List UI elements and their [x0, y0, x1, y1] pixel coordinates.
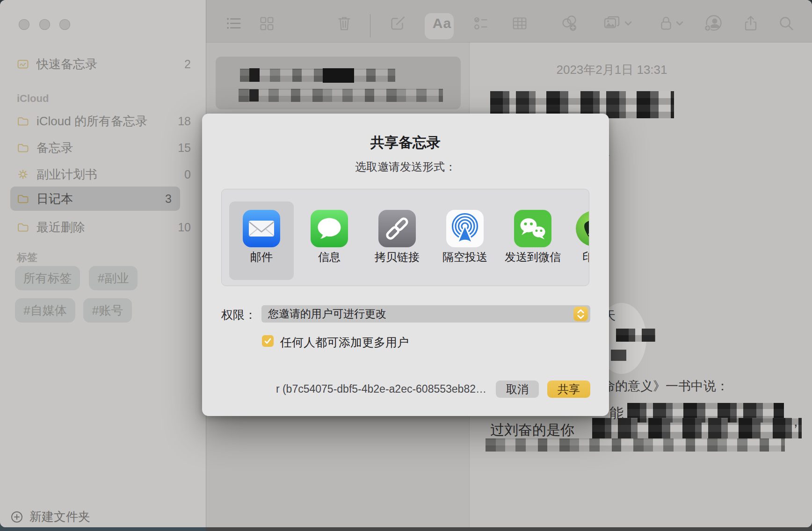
- share-options-panel: 邮件 信息: [221, 189, 589, 286]
- sidebar-item-label: 最近删除: [36, 219, 85, 236]
- sidebar-item-recently-deleted[interactable]: 最近删除 10: [0, 219, 206, 235]
- redacted-block: [249, 68, 260, 82]
- note-share-id: r (b7c54075-dbf5-4b2e-a2ec-608553eb82…: [230, 383, 486, 395]
- permission-selected-value: 您邀请的用户可进行更改: [268, 307, 386, 321]
- folder-icon: [17, 142, 29, 154]
- sidebar-item-all-icloud-notes[interactable]: iCloud 的所有备忘录 18: [0, 113, 206, 129]
- sidebar-item-label: 日记本: [36, 191, 73, 207]
- minimize-window-button[interactable]: [39, 19, 50, 30]
- zoom-window-button[interactable]: [59, 19, 70, 30]
- checklist-button[interactable]: [470, 12, 492, 35]
- share-option-label: 信息: [297, 250, 362, 264]
- add-people-button[interactable]: [702, 12, 725, 35]
- delete-note-button[interactable]: [333, 12, 355, 35]
- permission-dropdown[interactable]: 您邀请的用户可进行更改: [261, 305, 590, 323]
- table-button[interactable]: [508, 12, 531, 35]
- redacted-note-title: [240, 69, 395, 82]
- toolbar-divider: [370, 14, 370, 37]
- sidebar-item-count: 2: [184, 57, 191, 71]
- cancel-button-label: 取消: [506, 382, 529, 397]
- sidebar-item-count: 15: [178, 141, 191, 155]
- media-chevron[interactable]: [622, 12, 634, 35]
- evernote-icon: [575, 210, 589, 247]
- dialog-title: 共享备忘录: [202, 133, 609, 152]
- redacted-note-preview: [239, 89, 443, 102]
- tag-label: #账号: [92, 302, 123, 319]
- lock-chevron[interactable]: [674, 12, 686, 35]
- checkmark-icon: [264, 337, 272, 344]
- compose-icon: [388, 14, 407, 33]
- trash-icon: [334, 14, 354, 33]
- tag-label: #自媒体: [23, 302, 66, 319]
- share-option-label: 隔空投送: [433, 250, 497, 264]
- table-icon: [510, 14, 529, 33]
- sidebar-item-count: 3: [165, 192, 172, 206]
- quick-note-icon: [17, 58, 29, 70]
- tag-label: #副业: [98, 270, 129, 287]
- dialog-subtitle: 选取邀请发送形式：: [202, 159, 609, 174]
- list-view-button[interactable]: [223, 12, 245, 35]
- copy-link-icon: [378, 210, 416, 247]
- add-link-icon: [559, 13, 580, 34]
- add-link-button[interactable]: [558, 12, 580, 35]
- plus-circle-icon: [11, 511, 23, 523]
- wechat-icon: [514, 210, 551, 247]
- sidebar-item-notes[interactable]: 备忘录 15: [0, 140, 206, 156]
- share-button[interactable]: [740, 12, 762, 35]
- close-window-button[interactable]: [19, 19, 29, 30]
- text-format-button[interactable]: Aa: [431, 12, 453, 35]
- sidebar-item-count: 18: [178, 115, 191, 128]
- folder-icon: [17, 193, 29, 205]
- share-option-label: 拷贝链接: [365, 250, 429, 264]
- search-button[interactable]: [775, 12, 798, 35]
- redacted-block: [616, 329, 655, 342]
- sidebar-item-diary-selected[interactable]: 日记本 3: [10, 187, 180, 211]
- sidebar-item-label: 备忘录: [36, 140, 73, 156]
- app-window: 快速备忘录 2 iCloud iCloud 的所有备忘录 18 备忘录 15: [0, 0, 812, 527]
- redacted-line: [592, 418, 802, 438]
- sidebar: 快速备忘录 2 iCloud iCloud 的所有备忘录 18 备忘录 15: [0, 0, 206, 527]
- checklist-icon: [471, 14, 491, 33]
- note-quote-fragment: 命的意义》一书中说：: [602, 378, 729, 395]
- messages-icon: [311, 210, 348, 247]
- anyone-can-add-checkbox[interactable]: [262, 335, 274, 347]
- search-icon: [776, 14, 796, 33]
- list-view-icon: [224, 14, 244, 33]
- share-button-label: 共享: [558, 382, 580, 397]
- tag-side-business[interactable]: #副业: [89, 266, 138, 290]
- cancel-button[interactable]: 取消: [496, 380, 539, 398]
- compose-note-button[interactable]: [386, 12, 409, 35]
- gear-icon: [17, 168, 29, 180]
- notes-app-window: 快速备忘录 2 iCloud iCloud 的所有备忘录 18 备忘录 15: [0, 0, 812, 531]
- share-note-dialog: 共享备忘录 选取邀请发送形式： 邮件: [202, 114, 609, 416]
- sidebar-item-label: 副业计划书: [36, 166, 97, 183]
- sidebar-item-side-business-plan[interactable]: 副业计划书 0: [0, 166, 206, 182]
- media-icon: [602, 13, 622, 34]
- redacted-block: [611, 350, 626, 361]
- redacted-block: [249, 89, 259, 101]
- new-folder-label: 新建文件夹: [29, 509, 90, 525]
- gallery-view-button[interactable]: [255, 12, 278, 35]
- chevron-down-icon: [624, 21, 632, 26]
- share-confirm-button[interactable]: 共享: [547, 380, 590, 398]
- sidebar-section-tags: 标签: [17, 251, 37, 265]
- dropdown-stepper-icon: [573, 307, 588, 321]
- folder-icon: [17, 115, 29, 127]
- tag-self-media[interactable]: #自媒体: [15, 298, 75, 323]
- permission-label: 权限：: [221, 307, 256, 323]
- sidebar-item-count: 0: [184, 168, 191, 181]
- sidebar-item-quick-notes[interactable]: 快速备忘录 2: [0, 56, 206, 72]
- add-person-icon: [703, 13, 724, 34]
- tag-all-tags[interactable]: 所有标签: [15, 266, 80, 290]
- sidebar-item-label: 快速备忘录: [36, 56, 97, 72]
- tag-label: 所有标签: [23, 270, 72, 287]
- media-button[interactable]: [601, 12, 623, 35]
- chevron-down-icon: [675, 21, 684, 26]
- tag-account[interactable]: #账号: [83, 298, 132, 323]
- redacted-block: [323, 68, 354, 83]
- sidebar-section-icloud: iCloud: [17, 93, 49, 105]
- mail-icon: [243, 210, 280, 247]
- airdrop-icon: [446, 210, 484, 247]
- note-date: 2023年2月1日 13:31: [469, 62, 754, 78]
- new-folder-button[interactable]: 新建文件夹: [11, 509, 90, 525]
